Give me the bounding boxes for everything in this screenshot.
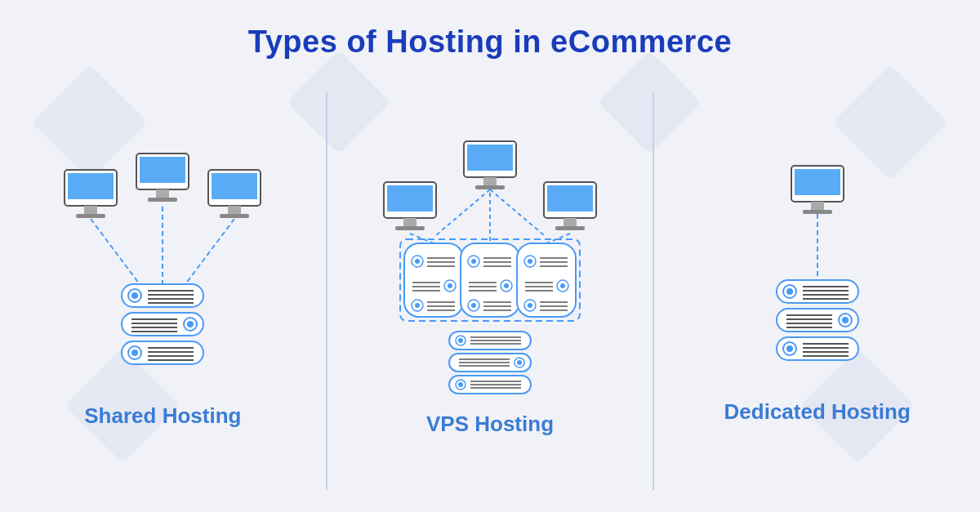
vps-server-unit-3 (449, 376, 531, 394)
vps-server-unit-1 (449, 332, 531, 349)
svg-point-116 (458, 382, 463, 387)
svg-rect-45 (547, 185, 593, 211)
svg-rect-3 (76, 214, 105, 218)
vps-monitor-right (544, 182, 596, 230)
dedicated-hosting-diagram (670, 149, 964, 386)
svg-point-31 (131, 349, 138, 356)
dedicated-monitor (791, 166, 844, 214)
vps-hosting-diagram (344, 137, 637, 398)
dedicated-server-unit-2 (777, 309, 858, 332)
monitor-center (136, 154, 189, 202)
svg-point-84 (528, 259, 532, 264)
svg-rect-47 (555, 226, 585, 230)
dedicated-hosting-svg (728, 149, 907, 386)
svg-point-24 (187, 321, 194, 327)
svg-point-110 (517, 360, 522, 365)
dedicated-server-unit-3 (777, 337, 858, 360)
svg-line-48 (436, 189, 490, 235)
section-shared: Shared Hosting (0, 76, 326, 506)
svg-point-17 (131, 292, 138, 299)
svg-rect-6 (156, 189, 169, 198)
monitor-left (65, 170, 117, 218)
vps-hosting-label: VPS Hosting (426, 412, 554, 437)
vps-monitor-top (464, 141, 516, 189)
svg-rect-5 (140, 157, 185, 183)
svg-rect-2 (84, 206, 97, 214)
svg-point-52 (415, 259, 420, 264)
svg-point-78 (471, 303, 476, 308)
svg-rect-46 (564, 218, 577, 226)
vps-container-right (517, 243, 576, 317)
svg-point-94 (528, 303, 532, 308)
vps-container-left (404, 243, 463, 317)
shared-hosting-diagram (16, 145, 310, 390)
svg-point-134 (842, 317, 849, 323)
page-title: Types of Hosting in eCommerce (0, 0, 980, 76)
svg-rect-42 (403, 218, 416, 226)
svg-rect-7 (148, 198, 177, 202)
svg-point-89 (560, 283, 565, 288)
section-vps: VPS Hosting (327, 76, 653, 506)
server-unit-3 (122, 341, 203, 364)
svg-point-73 (504, 283, 509, 288)
svg-rect-10 (228, 206, 241, 214)
svg-point-57 (448, 283, 452, 288)
svg-rect-11 (220, 214, 249, 218)
svg-rect-41 (387, 185, 433, 211)
svg-line-12 (91, 219, 140, 284)
svg-rect-37 (467, 145, 513, 171)
svg-rect-123 (803, 210, 832, 214)
svg-point-104 (458, 338, 463, 343)
svg-rect-43 (395, 226, 425, 230)
shared-hosting-label: Shared Hosting (84, 403, 241, 429)
svg-rect-121 (795, 169, 840, 195)
server-unit-1 (122, 284, 203, 307)
server-unit-2 (122, 313, 203, 336)
svg-point-68 (471, 259, 476, 264)
svg-rect-39 (475, 185, 505, 189)
svg-line-49 (490, 189, 544, 235)
dedicated-hosting-label: Dedicated Hosting (724, 399, 911, 425)
svg-point-62 (415, 303, 420, 308)
svg-rect-9 (212, 173, 257, 199)
svg-rect-122 (811, 202, 824, 210)
monitor-right (208, 170, 261, 218)
dedicated-server-unit-1 (777, 280, 858, 303)
vps-server-unit-2 (449, 354, 531, 372)
svg-line-14 (185, 219, 234, 284)
section-dedicated: Dedicated Hosting (654, 76, 980, 506)
svg-point-127 (786, 288, 793, 295)
vps-container-center (461, 243, 519, 317)
vps-hosting-svg (359, 137, 621, 398)
svg-point-141 (786, 345, 793, 352)
svg-rect-1 (68, 173, 114, 199)
svg-rect-38 (483, 177, 497, 185)
content-area: Shared Hosting (0, 76, 980, 506)
vps-monitor-left (384, 182, 436, 230)
shared-hosting-svg (48, 145, 277, 390)
